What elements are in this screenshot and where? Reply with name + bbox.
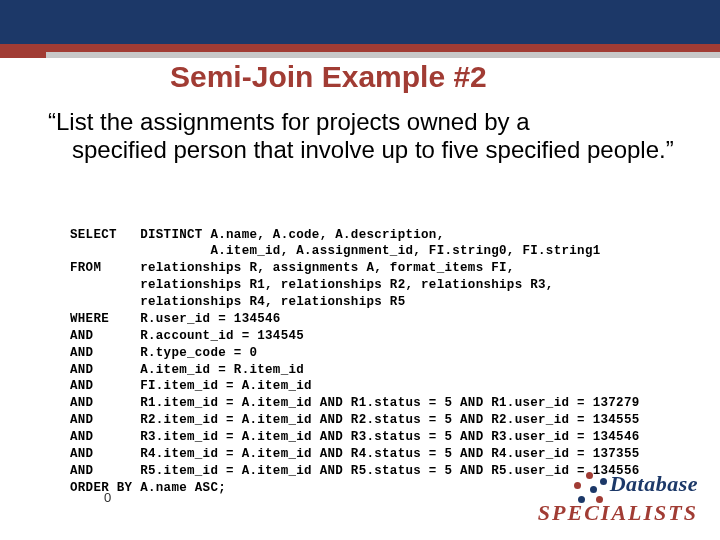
- company-logo: Database SPECIALISTS: [538, 470, 698, 526]
- top-red-bar: [0, 44, 720, 52]
- slide-title: Semi-Join Example #2: [170, 60, 487, 94]
- logo-icon: [572, 470, 606, 504]
- top-left-notch: [0, 52, 46, 58]
- quote-line2: specified person that involve up to five…: [72, 136, 678, 164]
- slide-description: “List the assignments for projects owned…: [48, 108, 678, 165]
- page-number: 0: [104, 490, 111, 505]
- logo-text-top: Database: [610, 471, 698, 496]
- top-banner: [0, 0, 720, 44]
- logo-text-bottom: SPECIALISTS: [538, 500, 698, 526]
- slide: Semi-Join Example #2 “List the assignmen…: [0, 0, 720, 540]
- quote-line1: “List the assignments for projects owned…: [48, 108, 530, 135]
- sql-block: SELECT DISTINCT A.name, A.code, A.descri…: [70, 227, 640, 497]
- top-shadow: [0, 52, 720, 58]
